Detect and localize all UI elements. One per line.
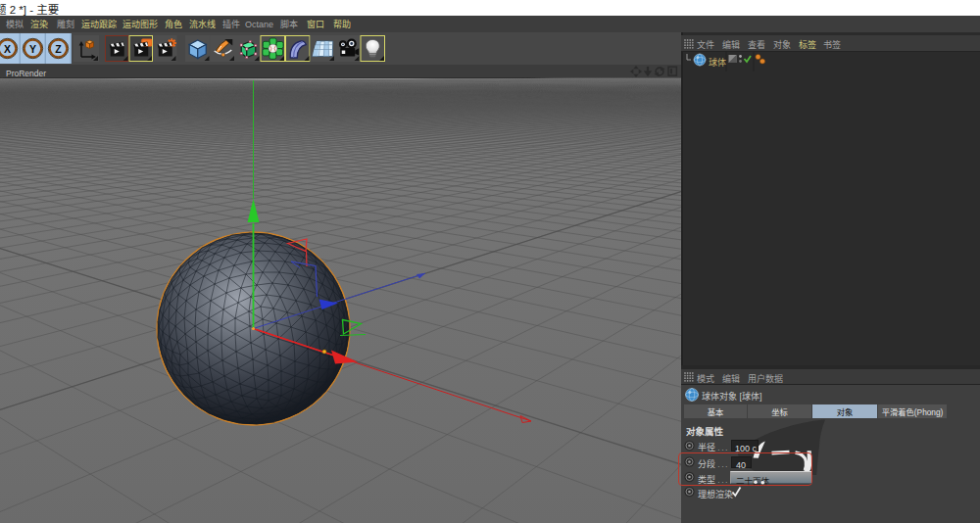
svg-text:Y: Y — [29, 41, 36, 56]
svg-text:Z: Z — [55, 41, 62, 56]
svg-text:X: X — [4, 41, 11, 56]
